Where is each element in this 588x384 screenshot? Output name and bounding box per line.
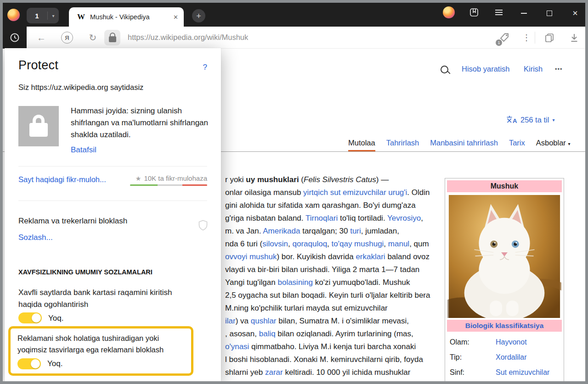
article-text-segment: kemiruvchilarga ov qilganligi sababli od… (225, 381, 444, 381)
wiki-tabs: Mutolaa Tahrirlash Manbasini tahrirlash … (348, 139, 570, 151)
article-link[interactable]: qoraquloq (292, 239, 327, 248)
article-text-segment: uy mushuklari (246, 175, 299, 184)
active-tab[interactable]: W Mushuk - Vikipediya ✕ (69, 7, 184, 27)
bookmark-icon (469, 8, 479, 17)
kitten-photo (447, 195, 561, 318)
create-account-link[interactable]: Hisob yaratish (462, 65, 510, 73)
close-window-button[interactable]: ✕ (568, 6, 582, 20)
reload-icon: ↻ (89, 32, 97, 43)
article-text-segment: . Oldin (407, 188, 430, 197)
navigation-toolbar: ← Я ↻ https://uz.wikipedia.org/wiki/Mush… (3, 27, 585, 49)
article-text-segment: shlarni yeb (225, 368, 265, 377)
row-value-link[interactable]: Hayvonot (496, 338, 527, 346)
shock-ads-setting-highlighted: Reklamani shok holatiga tushiradigan yok… (8, 326, 193, 376)
article-link[interactable]: Yevrosiyo (387, 214, 421, 223)
site-security-button[interactable] (104, 30, 120, 45)
article-link[interactable]: silovsin (262, 239, 288, 248)
article-link[interactable]: zarar (265, 368, 283, 377)
article-text-segment: l boshi hisoblanadi. Xonaki M. kemiruvch… (225, 355, 423, 364)
article-text-segment: tarqalgan; 30 (300, 227, 350, 235)
bank-card-warning-label: Xavfli saytlarda bank kartasi raqamini k… (18, 287, 186, 311)
article-text-segment: r yoki (225, 175, 246, 184)
back-arrow-icon: ← (37, 33, 46, 43)
row-value-link[interactable]: Xordalilar (496, 353, 527, 362)
article-link[interactable]: Tirnoqlari (305, 214, 338, 223)
yandex-search-button[interactable]: Я (61, 31, 74, 44)
article-line: Yangi tug'ilgan bolasining ko'zi yumuqbo… (225, 276, 444, 289)
address-bar[interactable]: https://uz.wikipedia.org/wiki/Mushuk (128, 27, 248, 48)
taxobox-row: Tip: Xordalilar (447, 350, 562, 365)
reviews-count: 10K ta fikr-mulohaza (144, 174, 207, 182)
article-line: g'riga nisbatan baland. Tirnoqlari to'li… (225, 212, 444, 225)
article-text-segment: Yangi tug'ilgan (225, 278, 277, 287)
row-value-link[interactable]: Sut emizuvchilar (496, 368, 549, 377)
bank-card-warning-toggle[interactable] (18, 312, 42, 323)
profile-avatar[interactable] (7, 9, 20, 21)
language-selector[interactable]: A 256 ta til ▾ (506, 114, 554, 126)
site-reviews-link[interactable]: Sayt haqidagi fikr-muloh... (18, 175, 106, 184)
article-link[interactable]: to'qay mushugi (332, 239, 384, 248)
article-line: onlar oilasiga mansub yirtqich sut emizu… (225, 186, 444, 199)
article-link[interactable]: manul (388, 239, 409, 248)
article-link[interactable]: turi (350, 227, 361, 235)
tab-edit[interactable]: Tahrirlash (386, 139, 419, 150)
new-tab-button[interactable]: + (192, 9, 205, 22)
row-label: Tip: (450, 353, 496, 362)
kebab-menu-icon: ⋮ (522, 33, 531, 43)
site-subtitle: Siz https://uz.wikipedia.org saytidasiz (18, 83, 143, 92)
tab-read[interactable]: Mutolaa (348, 139, 375, 151)
article-link[interactable]: qushlar (251, 317, 277, 325)
help-link[interactable]: ? (203, 63, 207, 72)
tab-close-icon[interactable]: ✕ (173, 14, 178, 21)
maximize-icon (547, 11, 552, 16)
article-line: shlarni yeb zarar keltiradi. 10 000 yil … (225, 366, 444, 379)
back-button[interactable]: ← (35, 31, 48, 44)
collections-button[interactable] (543, 31, 556, 44)
bookmarks-panel-button[interactable] (467, 6, 481, 19)
article-text-segment: , jumladan, (361, 227, 399, 235)
tab-tools[interactable]: Asboblar ▾ (536, 139, 571, 150)
chevron-down-icon: ▾ (552, 117, 554, 122)
article-line: ovvoyi mushuk) bor. Kuyikish davrida erk… (225, 250, 444, 263)
article-text-segment: m. va Jan. (225, 227, 263, 235)
article-link[interactable]: baliq (259, 329, 276, 338)
reviews-rating-bar (130, 184, 207, 186)
article-link[interactable]: ovvoyi mushuk (225, 252, 277, 261)
article-text-segment: , (327, 239, 331, 248)
article-link[interactable]: Amerikada (263, 227, 300, 235)
site-reviews-summary[interactable]: ★ 10K ta fikr-mulohaza (130, 174, 207, 186)
more-options-icon[interactable]: ••• (555, 66, 563, 72)
article-link[interactable]: yirtqich sut emizuvchilar urug'i (303, 188, 407, 197)
wikipedia-favicon: W (77, 12, 85, 22)
article-link[interactable]: ilar (225, 317, 236, 325)
shock-ads-toggle[interactable] (17, 358, 41, 369)
article-link[interactable]: bolasining (277, 278, 313, 287)
taxobox-rows: Olam: Hayvonot Tip: Xordalilar Sinf: Sut… (447, 334, 562, 380)
article-text-segment: 2,5 oygacha sut bilan boqadi. Keyin turl… (225, 291, 430, 300)
maximize-button[interactable] (543, 6, 556, 20)
sidebar-toggle-button[interactable] (3, 27, 27, 49)
article-link[interactable]: erkaklari (356, 252, 385, 261)
tab-count: 1 (27, 12, 47, 20)
login-link[interactable]: Kirish (524, 65, 543, 73)
shield-icon (198, 220, 208, 233)
page-menu-button[interactable]: ⋮ (520, 31, 533, 44)
details-link[interactable]: Batafsil (71, 145, 96, 155)
plus-icon: + (196, 12, 201, 20)
article-line: gini alohida tur sifatida xam qarashgan.… (225, 199, 444, 212)
reload-button[interactable]: ↻ (86, 31, 99, 44)
tab-counter[interactable]: 1 ▾ (27, 8, 59, 23)
tab-edit-source[interactable]: Manbasini tahrirlash (430, 139, 498, 150)
extensions-button[interactable]: 1 (498, 31, 511, 44)
minimize-button[interactable] (517, 6, 531, 20)
downloads-button[interactable] (568, 31, 581, 44)
close-icon: ✕ (572, 9, 578, 17)
article-text-segment: ) — (376, 175, 389, 184)
browser-menu-button[interactable] (492, 6, 506, 19)
configure-link[interactable]: Sozlash... (18, 233, 53, 242)
user-avatar[interactable] (443, 6, 455, 18)
lock-icon (29, 123, 48, 137)
article-link[interactable]: o'ynasi (225, 342, 249, 351)
history-clock-icon (10, 33, 20, 43)
tab-history[interactable]: Tarix (509, 139, 525, 150)
